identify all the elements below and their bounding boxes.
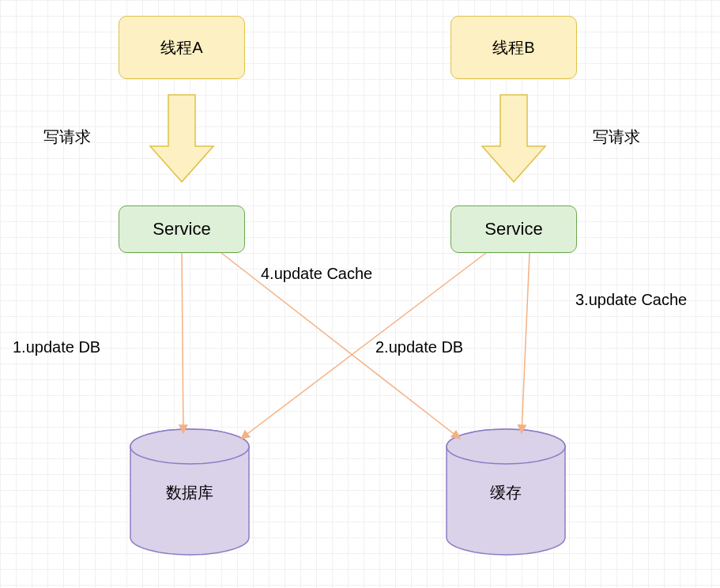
arrow-step1: [182, 253, 183, 433]
write-request-a-label: 写请求: [43, 126, 91, 148]
svg-point-3: [447, 429, 565, 464]
arrow-step3: [522, 253, 530, 433]
thread-b-label: 线程B: [492, 37, 534, 58]
svg-point-1: [130, 429, 249, 464]
step3-label: 3.update Cache: [575, 291, 687, 309]
write-request-b-label: 写请求: [593, 126, 640, 148]
cache-label: 缓存: [443, 482, 569, 503]
big-arrow-a: [150, 95, 213, 182]
cache-cylinder: 缓存: [443, 427, 569, 553]
database-cylinder: 数据库: [126, 427, 253, 553]
service-b-label: Service: [484, 219, 542, 239]
thread-b-box: 线程B: [450, 16, 577, 79]
service-b-box: Service: [450, 205, 577, 253]
big-arrow-b: [482, 95, 545, 182]
service-a-label: Service: [153, 219, 210, 239]
database-label: 数据库: [126, 482, 253, 503]
step1-label: 1.update DB: [13, 338, 100, 356]
service-a-box: Service: [119, 205, 245, 253]
step4-label: 4.update Cache: [261, 265, 372, 283]
step2-label: 2.update DB: [375, 338, 463, 356]
thread-a-label: 线程A: [160, 37, 202, 58]
thread-a-box: 线程A: [119, 16, 245, 79]
